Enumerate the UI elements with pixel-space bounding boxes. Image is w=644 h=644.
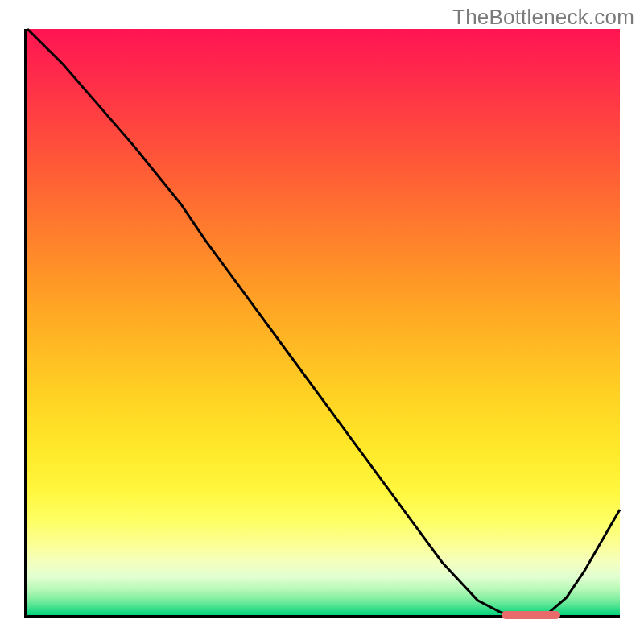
line-curve [27, 29, 620, 615]
watermark-text: TheBottleneck.com [452, 5, 634, 30]
curve-path [27, 29, 620, 615]
chart-frame: TheBottleneck.com [0, 0, 644, 644]
optimal-range-marker [502, 611, 561, 619]
plot-area [24, 29, 620, 618]
